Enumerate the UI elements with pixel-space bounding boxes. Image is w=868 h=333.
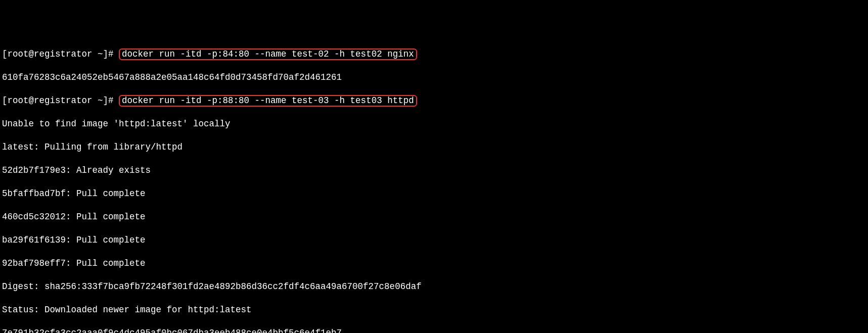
output-pull-5: 460cd5c32012: Pull complete [2,211,866,223]
output-pull-9: Status: Downloaded newer image for httpd… [2,304,866,316]
output-pull-2: latest: Pulling from library/httpd [2,141,866,153]
output-pull-7: 92baf798eff7: Pull complete [2,258,866,269]
output-pull-3: 52d2b7f179e3: Already exists [2,165,866,176]
output-pull-4: 5bfaffbad7bf: Pull complete [2,188,866,200]
command-run-test03: docker run -itd -p:88:80 --name test-03 … [119,95,417,107]
output-hash-2: 7e791b32cfa3cc2aaa0f9c4dc495af0bc067dba3… [2,327,866,333]
command-run-test02: docker run -itd -p:84:80 --name test-02 … [119,49,417,60]
shell-prompt: [root@registrator ~]# [2,96,119,106]
output-pull-8: Digest: sha256:333f7bca9fb72248f301fd2ae… [2,281,866,293]
output-hash-1: 610fa76283c6a24052eb5467a888a2e05aa148c6… [2,72,866,83]
output-pull-1: Unable to find image 'httpd:latest' loca… [2,118,866,130]
output-pull-6: ba29f61f6139: Pull complete [2,234,866,246]
shell-prompt: [root@registrator ~]# [2,49,119,59]
